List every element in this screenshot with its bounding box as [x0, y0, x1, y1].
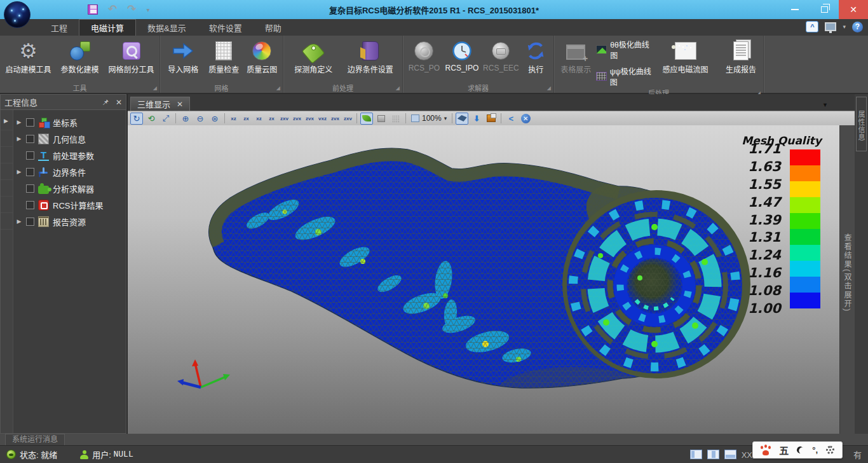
view-button-5[interactable]: zvx — [292, 113, 302, 125]
vector-icon[interactable]: < — [505, 113, 517, 125]
pan-tool-icon[interactable]: ⤢ — [159, 113, 172, 125]
tab-settings[interactable]: 软件设置 — [198, 19, 254, 36]
redo-icon[interactable]: ↷ — [127, 4, 136, 15]
tab-view-results[interactable]: 查看结果(双击展开) — [842, 233, 853, 312]
expander-icon[interactable]: ▶ — [16, 169, 22, 175]
quality-check-button[interactable]: 质量检查 — [205, 38, 243, 74]
ribbon-collapse-button[interactable]: ^ — [806, 21, 818, 32]
param-modeling-button[interactable]: 参数化建模 — [55, 38, 104, 74]
model-view-icon[interactable] — [456, 113, 468, 125]
tree-item-coordinate-system[interactable]: ▶ 坐标系 — [13, 114, 126, 130]
checkbox[interactable] — [26, 168, 34, 176]
view-button-3[interactable]: zx — [266, 113, 277, 125]
save-icon[interactable] — [88, 4, 98, 15]
view-button-6[interactable]: zvx — [304, 113, 315, 125]
dialog-launcher-icon[interactable]: ◢ — [276, 85, 280, 91]
view-button-4[interactable]: zxv — [279, 113, 290, 125]
close-button[interactable]: ✕ — [839, 0, 868, 19]
display-dropdown-icon[interactable]: ▾ — [843, 24, 846, 30]
qat-dropdown-icon[interactable]: ▾ — [147, 6, 150, 13]
dialog-launcher-icon[interactable]: ◢ — [396, 85, 400, 91]
expander-icon[interactable]: ▶ — [16, 135, 22, 142]
zoom-in-icon[interactable]: ⊕ — [179, 113, 192, 125]
orbit-tool-icon[interactable]: ⟲ — [145, 113, 158, 125]
tab-help[interactable]: 帮助 — [254, 19, 293, 36]
zoom-out-icon[interactable]: ⊖ — [194, 113, 207, 125]
dialog-launcher-icon[interactable]: ◢ — [153, 85, 157, 91]
shaded-mode-icon[interactable] — [360, 113, 373, 125]
wireframe-mode-icon[interactable] — [390, 113, 402, 125]
tree-item-report-resources[interactable]: ▶ 报告资源 — [13, 213, 126, 230]
tab-list-dropdown-icon[interactable]: ▼ — [822, 102, 828, 108]
ime-settings-icon[interactable] — [826, 446, 834, 454]
pin-icon[interactable]: 📌︎ — [102, 98, 109, 107]
tab-close-icon[interactable]: ✕ — [177, 100, 183, 109]
app-logo-icon[interactable] — [4, 1, 31, 28]
expander-icon[interactable]: ▶ — [16, 218, 22, 225]
layout-mid-icon[interactable] — [707, 450, 719, 459]
tab-project[interactable]: 工程 — [39, 19, 79, 36]
view-button-7[interactable]: vxz — [317, 113, 328, 125]
import-mesh-button[interactable]: 导入网格 — [164, 38, 203, 74]
psi-curve-button[interactable]: ψψ极化曲线图 — [596, 66, 654, 87]
table-show-button[interactable]: 表格展示 — [558, 38, 593, 74]
tab-properties[interactable]: 属性信息 — [856, 97, 867, 151]
panel-close-icon[interactable]: ✕ — [116, 98, 122, 107]
view-button-0[interactable]: xz — [228, 113, 239, 125]
system-message-tab[interactable]: 系统运行消息 — [5, 434, 65, 445]
execute-button[interactable]: 执行 — [522, 38, 550, 74]
expander-icon[interactable]: ▶ — [16, 119, 22, 125]
rcs-eec-button[interactable]: RCS_EEC — [482, 38, 519, 73]
rotate-tool-icon[interactable]: ↻ — [130, 113, 143, 125]
zoom-fit-icon[interactable]: ⊛ — [208, 113, 221, 125]
checkbox[interactable] — [26, 151, 34, 160]
quality-cloud-button[interactable]: 质量云图 — [245, 38, 279, 74]
tree-item-solver[interactable]: 分析求解器 — [13, 180, 126, 197]
import-view-icon[interactable]: ⬇ — [470, 113, 483, 125]
probe-angle-button[interactable]: 探测角定义 — [287, 38, 340, 74]
mesh-model[interactable] — [128, 125, 839, 434]
tab-3d-display[interactable]: 三维显示 ✕ — [130, 97, 190, 111]
view-button-9[interactable]: zxv — [342, 113, 353, 125]
checkbox[interactable] — [26, 218, 34, 226]
tab-em-compute[interactable]: 电磁计算 — [79, 19, 136, 36]
ime-scheme[interactable]: 五 — [779, 443, 789, 457]
clear-view-icon[interactable]: ✕ — [519, 113, 532, 125]
dialog-launcher-icon[interactable]: ◢ — [547, 85, 551, 91]
display-mode-icon[interactable] — [825, 22, 836, 31]
checkbox[interactable] — [26, 118, 34, 127]
checkbox[interactable] — [26, 135, 34, 143]
em-current-map-button[interactable]: 感应电磁流图 — [656, 38, 714, 74]
tree-root-expander[interactable]: ▶ — [4, 118, 8, 124]
view-button-8[interactable]: zvx — [330, 113, 341, 125]
gen-report-button[interactable]: 生成报告 — [722, 38, 759, 74]
tree-item-geometry-info[interactable]: ▶ 几何信息 — [13, 130, 126, 147]
launch-modeler-button[interactable]: ⚙ 启动建模工具 — [4, 38, 53, 74]
checkbox[interactable] — [26, 184, 34, 193]
checkbox[interactable] — [26, 201, 34, 209]
restore-button[interactable] — [810, 0, 839, 19]
ime-toolbar[interactable]: 五 °, — [752, 441, 843, 459]
ime-punct[interactable]: °, — [812, 445, 818, 455]
theta-curve-button[interactable]: θθ极化曲线图 — [596, 39, 654, 60]
layout-left-icon[interactable] — [690, 450, 702, 459]
snapshot-icon[interactable] — [485, 113, 498, 125]
undo-icon[interactable]: ↶ — [108, 4, 117, 15]
zoom-level-select[interactable]: 100% ▾ — [409, 114, 449, 123]
view-button-1[interactable]: zx — [241, 113, 252, 125]
3d-canvas[interactable]: Mesh Quality 1.71 1.63 1.55 1.47 1.39 1.… — [128, 125, 839, 434]
flat-mode-icon[interactable] — [375, 113, 388, 125]
rcs-po-button[interactable]: RCS_PO — [407, 38, 442, 73]
rcs-ipo-button[interactable]: RCS_IPO — [444, 38, 480, 73]
tab-data-display[interactable]: 数据&显示 — [136, 19, 198, 36]
minimize-button[interactable] — [780, 0, 810, 19]
layout-bottom-icon[interactable] — [724, 450, 736, 459]
ime-logo-icon[interactable] — [761, 445, 771, 455]
boundary-cond-button[interactable]: 边界条件设置 — [342, 38, 398, 74]
help-icon[interactable]: ? — [852, 22, 863, 32]
tree-item-rcs-results[interactable]: RCS计算结果 — [13, 197, 126, 213]
view-button-2[interactable]: xz — [254, 113, 264, 125]
mesh-tool-button[interactable]: 网格剖分工具 — [107, 38, 156, 74]
ime-moon-icon[interactable] — [796, 445, 805, 454]
tree-item-preprocess-params[interactable]: T 前处理参数 — [13, 147, 126, 163]
